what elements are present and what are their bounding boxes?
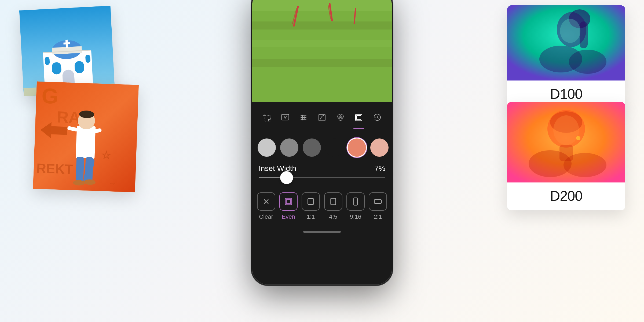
curves-toolbar-icon[interactable] — [315, 111, 329, 125]
svg-point-62 — [339, 117, 342, 120]
ratio-2-1-icon — [369, 192, 387, 211]
ratio-2-1-option[interactable]: 2:1 — [367, 192, 389, 220]
bottom-options: Clear Even — [252, 187, 392, 226]
svg-point-61 — [340, 115, 343, 118]
slider-track[interactable] — [259, 177, 385, 178]
ratio-1-1-icon — [302, 192, 320, 211]
even-label: Even — [282, 213, 295, 220]
clear-option[interactable]: Clear — [255, 192, 277, 220]
toolbar-icons — [258, 108, 386, 129]
graffiti-photo: G RAW — [33, 81, 139, 192]
svg-rect-71 — [354, 198, 357, 205]
adjust-toolbar-icon[interactable] — [278, 111, 292, 125]
svg-point-42 — [576, 136, 580, 140]
grass-photo-area — [252, 0, 392, 102]
svg-rect-45 — [252, 21, 392, 30]
d200-label: D200 — [507, 182, 625, 210]
ratio-1-1-option[interactable]: 1:1 — [300, 192, 321, 220]
ratio-4-5-label: 4:5 — [329, 213, 337, 220]
swatch-medium-gray[interactable] — [280, 138, 298, 157]
svg-rect-70 — [331, 198, 336, 205]
frame-toolbar-icon[interactable] — [352, 111, 366, 125]
svg-text:G: G — [41, 84, 59, 108]
ratio-9-16-icon — [346, 192, 365, 211]
svg-rect-6 — [74, 61, 84, 74]
ratio-1-1-label: 1:1 — [307, 213, 315, 220]
sliders-toolbar-icon[interactable] — [297, 111, 310, 125]
clear-label: Clear — [259, 213, 273, 220]
svg-rect-68 — [286, 199, 291, 204]
phone: Inset Width 7% — [252, 0, 392, 284]
svg-rect-10 — [45, 57, 50, 65]
swatch-dark-gray[interactable] — [303, 138, 321, 157]
color-toolbar-icon[interactable] — [334, 111, 347, 125]
svg-rect-20 — [76, 157, 84, 184]
even-option[interactable]: Even — [278, 192, 299, 220]
svg-rect-44 — [252, 0, 392, 11]
svg-rect-46 — [252, 40, 392, 47]
slider-value: 7% — [375, 164, 385, 173]
d200-filter-card: D200 — [507, 102, 625, 210]
svg-rect-22 — [83, 158, 95, 183]
svg-point-56 — [302, 115, 303, 116]
svg-point-57 — [304, 117, 305, 118]
svg-rect-59 — [319, 114, 325, 121]
slider-thumb[interactable] — [280, 171, 293, 184]
d200-photo — [507, 102, 625, 182]
svg-text:REKT: REKT — [36, 161, 73, 177]
ratio-9-16-label: 9:16 — [350, 213, 361, 220]
svg-rect-69 — [308, 199, 314, 204]
svg-rect-72 — [374, 200, 382, 203]
swatch-light-gray[interactable] — [258, 138, 276, 157]
phone-screen: Inset Width 7% — [252, 0, 392, 284]
svg-point-33 — [569, 50, 606, 74]
svg-point-38 — [553, 115, 579, 145]
svg-rect-18 — [67, 126, 78, 132]
d100-photo — [507, 5, 625, 80]
svg-rect-47 — [252, 59, 392, 67]
svg-point-58 — [302, 119, 303, 120]
grass-photo — [252, 0, 392, 102]
svg-rect-51 — [265, 116, 270, 121]
svg-rect-43 — [252, 0, 392, 102]
ratio-9-16-option[interactable]: 9:16 — [345, 192, 366, 220]
svg-point-41 — [564, 153, 606, 177]
svg-point-34 — [560, 19, 580, 43]
color-swatches-row — [252, 132, 392, 162]
svg-rect-52 — [282, 114, 289, 120]
even-icon — [279, 192, 298, 211]
slider-label: Inset Width — [259, 164, 296, 173]
swatch-black[interactable] — [325, 138, 343, 157]
clear-icon — [257, 192, 275, 211]
swatch-light-salmon[interactable] — [370, 138, 389, 157]
svg-rect-5 — [52, 62, 61, 75]
ratio-4-5-option[interactable]: 4:5 — [323, 192, 344, 220]
slider-area: Inset Width 7% — [252, 162, 392, 185]
svg-rect-4 — [63, 42, 70, 44]
svg-rect-64 — [357, 115, 361, 120]
swatch-salmon[interactable] — [348, 138, 366, 157]
phone-wrapper: Inset Width 7% — [252, 0, 392, 284]
ratio-4-5-icon — [324, 192, 342, 211]
svg-text:→: → — [108, 179, 116, 188]
graffiti-polaroid-card: G RAW — [33, 81, 139, 192]
d100-filter-card: D100 — [507, 5, 625, 108]
svg-rect-11 — [85, 55, 91, 63]
photo-preview-area — [252, 0, 392, 102]
toolbar-area — [252, 102, 392, 132]
home-indicator — [303, 231, 341, 233]
crop-toolbar-icon[interactable] — [260, 111, 274, 125]
svg-rect-31 — [580, 21, 588, 48]
history-toolbar-icon[interactable] — [370, 111, 384, 125]
ratio-2-1-label: 2:1 — [374, 213, 382, 220]
svg-text:☆: ☆ — [101, 149, 112, 161]
